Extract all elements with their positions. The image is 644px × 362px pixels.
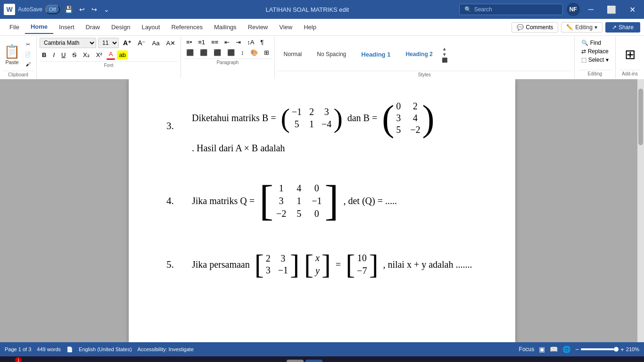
search-taskbar[interactable]: 🔍 (23, 360, 40, 362)
bold-button[interactable]: B (40, 50, 49, 59)
font-family-select[interactable]: Cambria Math (40, 38, 96, 48)
doc-icon: 📄 (66, 346, 73, 353)
style-nospacing[interactable]: No Spacing (311, 49, 352, 60)
justify-button[interactable]: ⬛ (225, 48, 237, 57)
align-center-button[interactable]: ⬛ (198, 48, 210, 57)
restore-button[interactable]: ⬜ (602, 5, 621, 14)
share-button[interactable]: ↗ Share (605, 22, 640, 33)
tab-view[interactable]: View (273, 21, 298, 33)
borders-button[interactable]: ⊞ (262, 48, 272, 57)
m3-r1c1: −1 (292, 107, 302, 117)
tab-design[interactable]: Design (106, 21, 136, 33)
customize-button[interactable]: ⌄ (102, 5, 111, 14)
chrome-icon[interactable]: 🔵 (173, 360, 190, 362)
close-button[interactable]: ✕ (625, 5, 640, 14)
files-icon[interactable]: 📁 (98, 360, 115, 362)
highlight-button[interactable]: ab (117, 50, 127, 59)
format-painter-button[interactable]: 🖌 (22, 60, 33, 68)
copilot-icon[interactable]: ✦ (79, 360, 96, 362)
italic-button[interactable]: I (50, 50, 57, 59)
scroll-thumb[interactable] (638, 89, 643, 145)
vertical-scrollbar[interactable] (637, 79, 644, 342)
whatsapp-icon[interactable]: 💬 (192, 360, 209, 362)
mp52-r2: y (315, 265, 320, 276)
web-layout-button[interactable]: 🌐 (562, 346, 570, 353)
store-icon[interactable]: 🛍 (117, 360, 134, 362)
undo-button[interactable]: ↩ (77, 5, 87, 14)
tab-file[interactable]: File (4, 21, 25, 33)
font-row2: B I U S X₂ X² A ab (40, 49, 178, 60)
search-box[interactable]: 🔍 Search (459, 4, 563, 15)
style-normal[interactable]: Normal (278, 49, 308, 60)
comments-button[interactable]: 💬 Comments (512, 22, 558, 33)
font-size-select[interactable]: 11 (98, 38, 119, 48)
word-taskbar-icon[interactable]: W (305, 360, 322, 362)
document-page[interactable]: 3. Diketahui matriks B = ( −1 2 3 5 1 −4 (129, 79, 515, 342)
cut-button[interactable]: ✂ (22, 40, 33, 49)
tab-mailings[interactable]: Mailings (208, 21, 242, 33)
font-shrink-button[interactable]: A⁻ (135, 38, 148, 48)
tab-help[interactable]: Help (298, 21, 322, 33)
sort-button[interactable]: ↕A (245, 38, 256, 47)
paste-button[interactable]: 📋 Paste (3, 43, 21, 66)
spotify-icon[interactable]: ♫ (249, 360, 266, 362)
tab-references[interactable]: References (165, 21, 208, 33)
read-mode-button[interactable]: 📖 (550, 346, 558, 353)
youtube-icon[interactable]: ▶ (211, 360, 228, 362)
zoom-slider-thumb[interactable] (614, 347, 619, 352)
replace-button[interactable]: ⇄ Replace (578, 47, 611, 56)
increase-indent-button[interactable]: ⇥ (233, 38, 243, 47)
tab-review[interactable]: Review (242, 21, 274, 33)
align-right-button[interactable]: ⬛ (211, 48, 223, 57)
copy-button[interactable]: 📄 (22, 50, 33, 59)
tab-layout[interactable]: Layout (136, 21, 165, 33)
editing-button[interactable]: ✏️ Editing ▾ (561, 22, 603, 33)
shading-button[interactable]: 🎨 (248, 48, 260, 57)
m3-r1c3: 3 (322, 107, 331, 117)
user-avatar[interactable]: NF (567, 3, 580, 16)
line-spacing-button[interactable]: ↕ (239, 48, 247, 57)
save-button[interactable]: 💾 (63, 5, 74, 14)
subscript-button[interactable]: X₂ (81, 50, 92, 59)
style-heading1[interactable]: Heading 1 (355, 49, 396, 60)
tab-home[interactable]: Home (25, 20, 53, 34)
clear-format-button[interactable]: A✕ (164, 39, 178, 48)
autosave-toggle[interactable]: Off (45, 5, 59, 14)
numbering-button[interactable]: ≡1 (196, 38, 207, 47)
change-case-button[interactable]: Aa (149, 39, 162, 48)
font-color-button[interactable]: A (107, 49, 116, 60)
matrix-b2-grid: 0 2 3 4 5 −2 (394, 98, 422, 138)
style-heading2[interactable]: Heading 2 (399, 49, 438, 60)
align-left-button[interactable]: ⬛ (184, 48, 196, 57)
superscript-button[interactable]: X² (94, 50, 105, 59)
app-icon[interactable]: nf (287, 360, 304, 362)
minimize-button[interactable]: ─ (584, 5, 598, 14)
styles-scroll-up[interactable]: ▲ (442, 46, 447, 51)
mq-r3c3: 0 (312, 208, 322, 219)
zoom-slider-track[interactable] (581, 348, 619, 350)
multilevel-button[interactable]: ≡≡ (209, 38, 221, 47)
select-button[interactable]: ⬚ Select ▾ (578, 56, 611, 64)
show-marks-button[interactable]: ¶ (258, 38, 266, 47)
focus-button[interactable]: Focus (519, 346, 535, 353)
zoom-out-button[interactable]: − (575, 346, 579, 353)
tab-draw[interactable]: Draw (80, 21, 106, 33)
edge2-icon[interactable]: 🌀 (136, 360, 153, 362)
netflix-icon[interactable]: N (230, 360, 247, 362)
bullets-button[interactable]: ≡• (184, 38, 194, 47)
underline-button[interactable]: U (59, 50, 68, 59)
zoom-in-button[interactable]: + (620, 346, 624, 353)
tab-insert[interactable]: Insert (53, 21, 80, 33)
styles-scroll-down[interactable]: ▼ (442, 52, 447, 57)
edge-icon[interactable]: 🌐 (60, 360, 77, 362)
find-button[interactable]: 🔍 Find (578, 39, 611, 47)
styles-expand[interactable]: ⬛ (442, 58, 447, 63)
print-layout-button[interactable]: ▣ (539, 346, 545, 353)
font-grow-button[interactable]: A⁺ (121, 38, 133, 48)
decrease-indent-button[interactable]: ⇤ (222, 38, 232, 47)
redo-button[interactable]: ↪ (90, 5, 99, 14)
taskview-button[interactable]: ⧉ (41, 360, 58, 362)
firefox-icon[interactable]: 🦊 (155, 360, 172, 362)
chrome2-icon[interactable]: ⚙ (268, 360, 285, 362)
strikethrough-button[interactable]: S (70, 50, 79, 59)
